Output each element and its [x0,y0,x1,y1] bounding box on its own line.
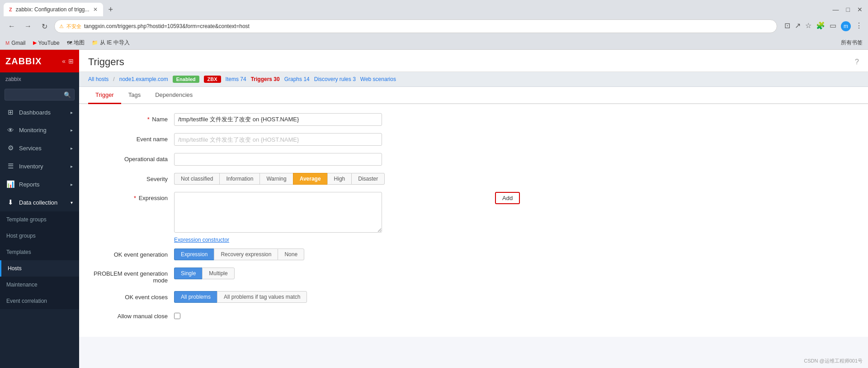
sidebar-item-services[interactable]: ⚙ Services ▸ [0,139,79,157]
forward-button[interactable]: → [22,20,34,33]
ok-event-closes-toggle-group: All problems All problems if tag values … [174,291,491,303]
sidebar-subitem-event-correlation[interactable]: Event correlation [0,293,79,309]
sidebar-subitem-host-groups[interactable]: Host groups [0,228,79,244]
sidebar-item-reports[interactable]: 📊 Reports ▸ [0,175,79,193]
bookmark-maps[interactable]: 🗺 地图 [67,39,85,47]
event-name-input[interactable] [174,133,382,146]
ok-event-closes-all[interactable]: All problems [174,291,217,303]
problem-event-multiple[interactable]: Multiple [202,268,234,279]
monitoring-arrow: ▸ [71,128,73,133]
profile-icon[interactable]: m [841,21,851,31]
close-icon[interactable]: ✕ [857,6,863,13]
ok-event-expression[interactable]: Expression [174,249,214,260]
page-title: Triggers [88,56,124,68]
bookmark-ie-label: 从 IE 中导入 [100,39,130,47]
items-link[interactable]: Items 74 [226,76,246,82]
youtube-icon: ▶ [33,40,37,46]
maximize-icon[interactable]: □ [846,6,850,13]
severity-not-classified[interactable]: Not classified [174,173,219,185]
watermark: CSDN @运维工程师001号 [804,358,863,364]
allow-manual-close-checkbox[interactable] [174,313,180,319]
back-button[interactable]: ← [5,20,18,33]
bookmark-gmail[interactable]: M Gmail [5,40,26,46]
allow-manual-close-field [174,310,491,320]
web-scenarios-link[interactable]: Web scenarios [360,76,396,82]
problem-event-mode-label: PROBLEM event generation mode [93,268,174,284]
tab-close-button[interactable]: ✕ [93,6,98,13]
ok-event-closes-tag[interactable]: All problems if tag values match [217,291,307,303]
severity-information[interactable]: Information [219,173,259,185]
add-expression-button[interactable]: Add [495,192,520,204]
problem-event-mode-row: PROBLEM event generation mode Single Mul… [93,268,854,284]
problem-event-mode-field: Single Multiple [174,268,491,279]
sidebar-icon[interactable]: ▭ [830,21,836,31]
ie-icon: 📁 [92,40,98,46]
bookmark-star-icon[interactable]: ☆ [805,21,811,31]
translate-icon[interactable]: ⊡ [784,21,790,31]
share-icon[interactable]: ↗ [795,21,801,31]
inventory-arrow: ▸ [71,164,73,169]
sidebar-subitem-templates[interactable]: Templates [0,244,79,260]
expression-textarea[interactable] [174,192,382,233]
ok-event-none[interactable]: None [278,249,304,260]
inventory-icon: ☰ [6,162,14,170]
minimize-icon[interactable]: — [833,6,839,13]
dashboards-icon: ⊞ [6,108,14,116]
ok-event-closes-label: OK event closes [93,291,174,301]
help-icon[interactable]: ? [855,58,859,66]
sidebar-item-label-dashboards: Dashboards [19,109,51,116]
severity-disaster[interactable]: Disaster [351,173,385,185]
severity-high[interactable]: High [327,173,352,185]
tab-dependencies[interactable]: Dependencies [148,87,200,104]
sidebar-item-label-inventory: Inventory [19,163,43,170]
sidebar-subitem-template-groups[interactable]: Template groups [0,211,79,228]
layout-icon[interactable]: ⊞ [68,57,74,65]
severity-row: Severity Not classified Information Warn… [93,173,854,185]
bookmark-ie-import[interactable]: 📁 从 IE 中导入 [92,39,130,47]
severity-warning[interactable]: Warning [259,173,292,185]
expression-row: * Expression Add [93,192,854,234]
sidebar-item-monitoring[interactable]: 👁 Monitoring ▸ [0,121,79,139]
discovery-link[interactable]: Discovery rules 3 [314,76,356,82]
operational-data-input[interactable] [174,153,382,166]
problem-event-single[interactable]: Single [174,268,202,279]
sidebar-subitem-maintenance[interactable]: Maintenance [0,277,79,293]
severity-field: Not classified Information Warning Avera… [174,173,491,185]
graphs-link[interactable]: Graphs 14 [284,76,310,82]
expression-constructor-link[interactable]: Expression constructor [174,237,854,243]
discovery-count: 3 [353,76,356,82]
collapse-icon[interactable]: « [62,57,66,65]
sidebar-subitem-hosts[interactable]: Hosts [0,260,79,277]
triggers-link[interactable]: Triggers 30 [251,76,280,82]
new-tab-button[interactable]: + [106,5,116,14]
all-hosts-link[interactable]: All hosts [88,76,108,82]
ok-event-recovery[interactable]: Recovery expression [214,249,278,260]
sidebar-item-inventory[interactable]: ☰ Inventory ▸ [0,157,79,175]
all-bookmarks-button[interactable]: 所有书签 [841,39,863,47]
host-name-link[interactable]: node1.example.com [119,76,168,82]
tab-trigger[interactable]: Trigger [88,87,121,104]
browser-tab[interactable]: Z zabbix: Configuration of trigg... ✕ [4,3,103,16]
main-content: Triggers ? All hosts / node1.example.com… [79,50,868,368]
bookmark-youtube[interactable]: ▶ YouTube [33,40,60,46]
sidebar-subitem-label-event-correlation: Event correlation [6,298,47,304]
sidebar-item-data-collection[interactable]: ⬇ Data collection ▾ [0,193,79,211]
extensions-icon[interactable]: 🧩 [816,21,825,31]
add-button-wrap: Add [495,192,520,204]
operational-data-label: Operational data [93,153,174,162]
tab-tags[interactable]: Tags [121,87,148,104]
url-text: tanggxin.com/triggers.php?hostid=10593&f… [84,23,250,29]
expression-required-star: * [134,195,136,201]
address-bar[interactable]: ⚠ 不安全 tanggxin.com/triggers.php?hostid=1… [54,19,777,33]
name-field [174,113,491,126]
severity-average[interactable]: Average [293,173,327,185]
sidebar-item-dashboards[interactable]: ⊞ Dashboards ▸ [0,103,79,121]
menu-icon[interactable]: ⋮ [855,21,863,31]
sidebar-subitem-label-maintenance: Maintenance [6,282,38,288]
data-collection-icon: ⬇ [6,198,14,206]
data-collection-arrow: ▾ [71,200,73,205]
refresh-button[interactable]: ↻ [38,20,51,33]
name-input[interactable] [174,113,382,126]
ok-event-generation-label: OK event generation [93,249,174,258]
form-content: * Name Event name Operational data [79,104,868,337]
